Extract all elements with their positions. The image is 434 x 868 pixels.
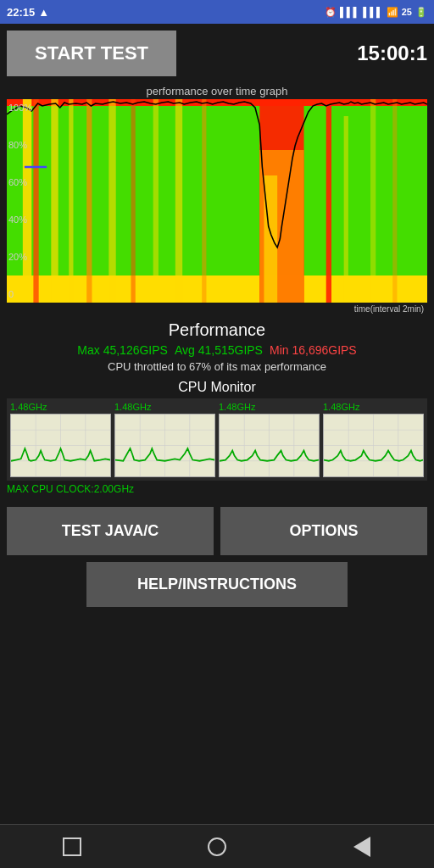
graph-section: performance over time graph 100% 80% 60%… xyxy=(7,83,427,315)
cpu-freq-3: 1.48GHz xyxy=(323,402,424,412)
graph-title: performance over time graph xyxy=(7,83,427,99)
cpu-core-2: 1.48GHz xyxy=(219,402,320,477)
battery-icon: 🔋 xyxy=(415,7,427,18)
performance-title: Performance xyxy=(7,320,427,340)
y-label-100: 100% xyxy=(8,103,37,113)
max-cpu-clock: MAX CPU CLOCK:2.00GHz xyxy=(7,483,427,495)
test-java-c-button[interactable]: TEST JAVA/C xyxy=(7,507,214,555)
svg-rect-25 xyxy=(202,99,206,303)
cpu-core-1: 1.48GHz xyxy=(114,402,215,477)
y-label-0: 0 xyxy=(8,289,37,299)
status-bar: 22:15 ▲ ⏰ ▌▌▌ ▌▌▌ 📶 25 🔋 xyxy=(0,0,434,24)
location-icon: ▲ xyxy=(38,6,49,19)
y-label-60: 60% xyxy=(8,177,37,187)
perf-avg: Avg 41,515GIPS xyxy=(175,343,263,357)
cpu-freq-1: 1.48GHz xyxy=(114,402,215,412)
cpu-core-0: 1.48GHz xyxy=(10,402,111,477)
y-axis: 100% 80% 60% 40% 20% 0 xyxy=(7,99,39,303)
recent-apps-square xyxy=(63,837,81,856)
y-label-80: 80% xyxy=(8,140,37,150)
signal-icon2: ▌▌▌ xyxy=(363,7,382,17)
svg-rect-31 xyxy=(344,116,348,303)
svg-rect-22 xyxy=(131,99,135,303)
svg-rect-19 xyxy=(69,99,73,303)
svg-rect-30 xyxy=(326,99,331,303)
options-button[interactable]: OPTIONS xyxy=(220,507,427,555)
svg-rect-32 xyxy=(370,99,376,303)
cpu-graph-box-1 xyxy=(114,414,215,477)
cpu-monitor-title: CPU Monitor xyxy=(7,380,427,395)
cpu-freq-0: 1.48GHz xyxy=(10,402,111,412)
cpu-monitor-section: CPU Monitor 1.48GHz 1.48GHz xyxy=(0,376,434,498)
performance-stats: Max 45,126GIPS Avg 41,515GIPS Min 16,696… xyxy=(7,343,427,357)
home-circle xyxy=(208,837,226,856)
cpu-graph-box-3 xyxy=(323,414,424,477)
x-axis-label: time(interval 2min) xyxy=(7,303,427,315)
status-right: ⏰ ▌▌▌ ▌▌▌ 📶 25 🔋 xyxy=(325,7,427,18)
throttle-text: CPU throttled to 67% of its max performa… xyxy=(7,360,427,373)
battery-value: 25 xyxy=(402,7,412,17)
spacer xyxy=(0,615,434,824)
help-instructions-button[interactable]: HELP/INSTRUCTIONS xyxy=(86,562,348,607)
nav-recent-apps-icon[interactable] xyxy=(60,835,84,859)
cpu-graph-box-2 xyxy=(219,414,320,477)
start-test-button[interactable]: START TEST xyxy=(7,31,176,76)
nav-back-icon[interactable] xyxy=(350,835,374,859)
performance-graph xyxy=(7,99,427,303)
svg-rect-21 xyxy=(108,99,115,303)
svg-rect-24 xyxy=(175,99,182,303)
svg-rect-28 xyxy=(264,175,277,303)
help-row: HELP/INSTRUCTIONS xyxy=(0,562,434,615)
svg-rect-23 xyxy=(153,99,159,303)
graph-container: 100% 80% 60% 40% 20% 0 xyxy=(7,99,427,303)
svg-rect-20 xyxy=(86,99,92,303)
y-label-40: 40% xyxy=(8,214,37,225)
performance-section: Performance Max 45,126GIPS Avg 41,515GIP… xyxy=(0,315,434,376)
back-triangle xyxy=(353,837,370,857)
cpu-graphs-container: 1.48GHz 1.48GHz xyxy=(7,398,427,481)
y-label-20: 20% xyxy=(8,252,37,262)
time-display: 22:15 xyxy=(7,6,35,19)
cpu-core-3: 1.48GHz xyxy=(323,402,424,477)
top-controls: START TEST 15:00:1 xyxy=(0,24,434,83)
nav-bar xyxy=(0,824,434,868)
wifi-icon: 📶 xyxy=(387,7,398,18)
nav-home-icon[interactable] xyxy=(205,835,229,859)
buttons-row: TEST JAVA/C OPTIONS xyxy=(0,498,434,562)
svg-rect-33 xyxy=(392,99,397,303)
cpu-freq-2: 1.48GHz xyxy=(219,402,320,412)
signal-icon1: ▌▌▌ xyxy=(340,7,359,17)
alarm-icon: ⏰ xyxy=(325,7,337,18)
perf-max: Max 45,126GIPS xyxy=(77,343,168,357)
svg-rect-18 xyxy=(51,99,58,303)
status-left: 22:15 ▲ xyxy=(7,6,49,19)
timer-display: 15:00:1 xyxy=(185,42,427,65)
perf-min: Min 16,696GIPS xyxy=(270,343,357,357)
cpu-graph-box-0 xyxy=(10,414,111,477)
